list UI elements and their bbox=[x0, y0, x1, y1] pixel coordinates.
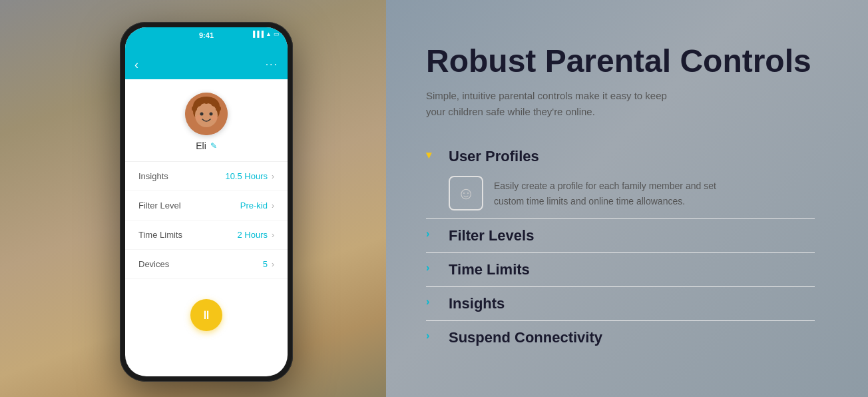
phone-device: 9:41 ▐▐▐ ▲ ▭ ‹ ··· bbox=[120, 22, 293, 382]
signal-icon: ▐▐▐ bbox=[251, 31, 264, 37]
phone-header: ‹ ··· bbox=[125, 50, 288, 79]
divider-3 bbox=[426, 286, 815, 287]
more-button[interactable]: ··· bbox=[266, 59, 278, 71]
page-subtitle: Simple, intuitive parental controls make… bbox=[426, 88, 679, 120]
pause-button[interactable]: ⏸ bbox=[190, 299, 222, 331]
user-profiles-chevron-icon: ▾ bbox=[426, 149, 438, 161]
menu-item-filter[interactable]: Filter Level Pre-kid › bbox=[125, 191, 288, 220]
user-profiles-title: User Profiles bbox=[449, 148, 539, 165]
timelimits-label: Time Limits bbox=[138, 230, 182, 240]
user-profiles-icon-box: ☺ bbox=[449, 176, 483, 210]
time-limits-title: Time Limits bbox=[449, 261, 530, 278]
devices-label: Devices bbox=[138, 259, 169, 269]
insights-chevron-icon: › bbox=[426, 296, 438, 308]
menu-item-timelimits[interactable]: Time Limits 2 Hours › bbox=[125, 220, 288, 250]
divider-4 bbox=[426, 320, 815, 321]
phone-screen: 9:41 ▐▐▐ ▲ ▭ ‹ ··· bbox=[125, 27, 288, 376]
filter-right: Pre-kid › bbox=[240, 200, 274, 210]
svg-point-10 bbox=[216, 106, 221, 111]
child-name: Eli bbox=[196, 141, 206, 151]
svg-point-11 bbox=[195, 100, 202, 107]
wifi-icon: ▲ bbox=[266, 31, 272, 37]
status-icons: ▐▐▐ ▲ ▭ bbox=[251, 31, 280, 37]
insights-right: 10.5 Hours › bbox=[225, 171, 274, 181]
feature-item-filter-levels[interactable]: › Filter Levels bbox=[426, 220, 815, 251]
user-profiles-description: Easily create a profile for each family … bbox=[494, 176, 720, 208]
avatar-section: Eli ✎ bbox=[125, 79, 288, 161]
filter-levels-title: Filter Levels bbox=[449, 227, 534, 244]
feature-list: ▾ User Profiles ☺ Easily create a profil… bbox=[426, 141, 815, 353]
devices-right: 5 › bbox=[263, 259, 274, 269]
svg-point-6 bbox=[210, 113, 213, 116]
feature-item-insights[interactable]: › Insights bbox=[426, 288, 815, 319]
feature-item-time-limits[interactable]: › Time Limits bbox=[426, 254, 815, 285]
svg-point-12 bbox=[203, 97, 210, 104]
timelimits-chevron: › bbox=[272, 230, 274, 240]
menu-item-insights[interactable]: Insights 10.5 Hours › bbox=[125, 162, 288, 191]
svg-point-7 bbox=[196, 115, 201, 121]
time-limits-chevron-icon: › bbox=[426, 262, 438, 274]
filter-value: Pre-kid bbox=[240, 200, 268, 210]
menu-item-devices[interactable]: Devices 5 › bbox=[125, 250, 288, 279]
phone-status-bar: 9:41 ▐▐▐ ▲ ▭ bbox=[125, 27, 288, 50]
divider-2 bbox=[426, 252, 815, 253]
status-time: 9:41 bbox=[199, 31, 214, 39]
phone-container: 9:41 ▐▐▐ ▲ ▭ ‹ ··· bbox=[120, 22, 293, 382]
svg-point-8 bbox=[212, 115, 217, 121]
left-panel: 9:41 ▐▐▐ ▲ ▭ ‹ ··· bbox=[0, 0, 386, 397]
suspend-chevron-icon: › bbox=[426, 330, 438, 342]
timelimits-right: 2 Hours › bbox=[237, 230, 274, 240]
insights-value: 10.5 Hours bbox=[225, 171, 268, 181]
back-button[interactable]: ‹ bbox=[134, 58, 138, 72]
smiley-icon: ☺ bbox=[457, 183, 475, 204]
insights-label: Insights bbox=[138, 171, 168, 181]
edit-icon[interactable]: ✎ bbox=[210, 141, 217, 151]
filter-chevron: › bbox=[272, 201, 274, 210]
right-panel: Robust Parental Controls Simple, intuiti… bbox=[386, 0, 868, 397]
play-btn-container: ⏸ bbox=[125, 279, 288, 344]
avatar-image bbox=[185, 93, 228, 135]
insights-chevron: › bbox=[272, 172, 274, 181]
battery-icon: ▭ bbox=[274, 31, 280, 37]
svg-point-13 bbox=[211, 100, 218, 107]
user-profiles-expanded: ☺ Easily create a profile for each famil… bbox=[426, 176, 815, 217]
filter-label: Filter Level bbox=[138, 200, 181, 210]
child-name-row: Eli ✎ bbox=[196, 141, 217, 151]
svg-point-4 bbox=[195, 103, 218, 127]
feature-item-suspend[interactable]: › Suspend Connectivity bbox=[426, 322, 815, 353]
filter-levels-chevron-icon: › bbox=[426, 228, 438, 240]
svg-point-9 bbox=[192, 106, 197, 111]
suspend-title: Suspend Connectivity bbox=[449, 329, 602, 346]
devices-chevron: › bbox=[272, 260, 274, 269]
feature-item-user-profiles[interactable]: ▾ User Profiles bbox=[426, 141, 815, 176]
devices-value: 5 bbox=[263, 259, 268, 269]
svg-point-5 bbox=[200, 113, 204, 116]
page-title: Robust Parental Controls bbox=[426, 44, 815, 79]
insights-title: Insights bbox=[449, 295, 505, 312]
pause-icon: ⏸ bbox=[200, 308, 212, 322]
timelimits-value: 2 Hours bbox=[237, 230, 268, 240]
divider-1 bbox=[426, 218, 815, 219]
menu-list: Insights 10.5 Hours › Filter Level Pre-k… bbox=[125, 161, 288, 279]
avatar bbox=[185, 93, 228, 135]
